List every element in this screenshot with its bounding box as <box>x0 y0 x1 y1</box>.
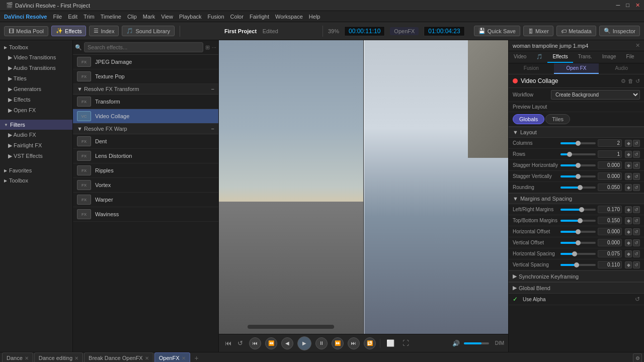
go-to-start-btn[interactable]: ⏮ <box>249 337 261 349</box>
fusion-subtab[interactable]: Fusion <box>509 63 554 74</box>
v-offset-slider[interactable] <box>560 242 596 244</box>
tab-dance-editing-close[interactable]: ✕ <box>74 355 78 361</box>
filter-icon[interactable]: ⊞ <box>205 44 210 51</box>
columns-reset-btn[interactable]: ↺ <box>633 140 640 147</box>
fx-lens-distortion[interactable]: FX Lens Distortion <box>73 149 218 163</box>
menu-color[interactable]: Color <box>230 14 244 20</box>
globals-tab[interactable]: Globals <box>513 114 544 124</box>
h-spacing-keyframe-btn[interactable]: ◆ <box>625 250 632 257</box>
generators-item[interactable]: ▶ Generators <box>0 84 72 95</box>
fx-video-collage[interactable]: VC Video Collage <box>73 109 218 124</box>
aspect-ratio-btn[interactable]: ⬜ <box>384 338 396 348</box>
step-forward-btn[interactable]: ⏩ <box>332 337 344 349</box>
fx-reset-icon[interactable]: ↺ <box>635 78 640 84</box>
fx-dent[interactable]: FX Dent <box>73 134 218 149</box>
menu-help[interactable]: Help <box>309 14 320 20</box>
v-offset-value[interactable]: 0.000 <box>598 239 622 246</box>
h-spacing-slider[interactable] <box>560 253 596 255</box>
tb-margins-keyframe-btn[interactable]: ◆ <box>625 217 632 224</box>
sync-keyframe-header[interactable]: ▶ Synchronize Keyframing <box>509 270 644 282</box>
tab-effects[interactable]: Effects <box>547 51 573 63</box>
fx-delete-icon[interactable]: 🗑 <box>628 78 633 84</box>
rows-value[interactable]: 1 <box>598 150 622 158</box>
margins-section-header[interactable]: ▼ Margins and Spacing <box>509 193 644 204</box>
titles-item[interactable]: ▶ Titles <box>0 73 72 84</box>
rounding-keyframe-btn[interactable]: ◆ <box>625 184 632 191</box>
filters-header[interactable]: ▼ Filters <box>0 120 72 130</box>
h-spacing-reset-btn[interactable]: ↺ <box>633 250 640 257</box>
stagger-v-value[interactable]: 0.000 <box>598 172 622 180</box>
fx-warp-header[interactable]: ▼ Resolve FX Warp − <box>73 124 218 134</box>
v-spacing-value[interactable]: 0.110 <box>598 261 622 268</box>
close-btn[interactable]: ✕ <box>635 2 640 9</box>
rows-reset-btn[interactable]: ↺ <box>633 151 640 158</box>
tb-margins-reset-btn[interactable]: ↺ <box>633 217 640 224</box>
transport-mode-btn[interactable]: ⏮ <box>223 338 233 348</box>
fx-waviness[interactable]: FX Waviness <box>73 207 218 222</box>
sound-library-btn[interactable]: 🎵 Sound Library <box>122 26 175 36</box>
effects-item[interactable]: ▶ Effects <box>0 95 72 105</box>
loop-play-btn[interactable]: 🔁 <box>364 337 376 349</box>
columns-add-keyframe-btn[interactable]: ◆ <box>625 140 632 147</box>
v-spacing-keyframe-btn[interactable]: ◆ <box>625 261 632 268</box>
v-spacing-slider[interactable] <box>560 264 596 266</box>
fullscreen-btn[interactable]: ⛶ <box>400 338 411 348</box>
audio-fx-item[interactable]: ▶ Audio FX <box>0 130 72 140</box>
more-options-icon[interactable]: ··· <box>212 44 216 50</box>
tab-break-dance-close[interactable]: ✕ <box>145 355 149 361</box>
rows-add-keyframe-btn[interactable]: ◆ <box>625 151 632 158</box>
fx-ripples[interactable]: FX Ripples <box>73 163 218 178</box>
index-btn[interactable]: ☰ Index <box>89 26 119 36</box>
audio-subtab[interactable]: Audio <box>599 63 644 74</box>
loop-btn[interactable]: ↺ <box>235 338 245 348</box>
rounding-value[interactable]: 0.050 <box>598 184 622 191</box>
lr-margins-value[interactable]: 0.170 <box>598 206 622 213</box>
stagger-v-keyframe-btn[interactable]: ◆ <box>625 173 632 180</box>
tab-image[interactable]: Image <box>597 51 621 63</box>
fx-texture-pop[interactable]: FX Texture Pop <box>73 69 218 84</box>
rounding-reset-btn[interactable]: ↺ <box>633 184 640 191</box>
search-input[interactable] <box>84 42 203 52</box>
effects-btn[interactable]: ✨ Effects <box>51 26 86 36</box>
tab-dance-editing[interactable]: Dance editing ✕ <box>34 352 83 362</box>
h-spacing-value[interactable]: 0.075 <box>598 250 622 257</box>
go-to-end-btn[interactable]: ⏭ <box>348 337 360 349</box>
h-offset-keyframe-btn[interactable]: ◆ <box>625 228 632 235</box>
volume-slider[interactable] <box>464 342 489 344</box>
fx-vortex[interactable]: FX Vortex <box>73 178 218 193</box>
tab-transition[interactable]: Trans. <box>573 51 597 63</box>
favorites-header[interactable]: ▶ Favorites <box>0 165 72 175</box>
menu-fairlight[interactable]: Fairlight <box>250 14 269 20</box>
menu-trim[interactable]: Trim <box>84 14 95 20</box>
v-offset-reset-btn[interactable]: ↺ <box>633 239 640 246</box>
quick-save-btn[interactable]: 💾 Quick Save <box>474 26 520 36</box>
rounding-slider[interactable] <box>560 187 596 189</box>
columns-value[interactable]: 2 <box>598 139 622 147</box>
tab-openfx-close[interactable]: ✕ <box>182 355 186 361</box>
fx-settings-icon[interactable]: ⚙ <box>621 78 626 84</box>
toolbox-header[interactable]: ▶ Toolbox <box>0 42 72 52</box>
h-offset-slider[interactable] <box>560 231 596 233</box>
menu-playback[interactable]: Playback <box>179 14 202 20</box>
open-fx-item[interactable]: ▶ Open FX <box>0 105 72 116</box>
tab-video[interactable]: Video <box>509 51 531 63</box>
layout-section-header[interactable]: ▼ Layout <box>509 127 644 138</box>
video-transitions-item[interactable]: ▶ Video Transitions <box>0 52 72 63</box>
stagger-h-keyframe-btn[interactable]: ◆ <box>625 162 632 169</box>
menu-timeline[interactable]: Timeline <box>101 14 121 20</box>
stagger-v-slider[interactable] <box>560 175 596 177</box>
columns-slider[interactable] <box>560 142 596 144</box>
toolbox2-header[interactable]: ▶ Toolbox <box>0 175 72 186</box>
menu-clip[interactable]: Clip <box>127 14 137 20</box>
global-blend-header[interactable]: ▶ Global Blend <box>509 282 644 294</box>
pause-btn[interactable]: ⏸ <box>315 337 328 349</box>
tab-add-btn[interactable]: + <box>191 352 202 362</box>
maximize-btn[interactable]: □ <box>626 2 629 9</box>
rows-slider[interactable] <box>560 153 596 155</box>
fx-transform[interactable]: FX Transform <box>73 95 218 109</box>
reverse-play-btn[interactable]: ◀ <box>281 337 293 349</box>
minimize-btn[interactable]: ─ <box>616 2 620 9</box>
tb-margins-slider[interactable] <box>560 220 596 222</box>
tab-openfx[interactable]: OpenFX ✕ <box>154 352 190 362</box>
openfx-subtab[interactable]: Open FX <box>554 63 599 74</box>
